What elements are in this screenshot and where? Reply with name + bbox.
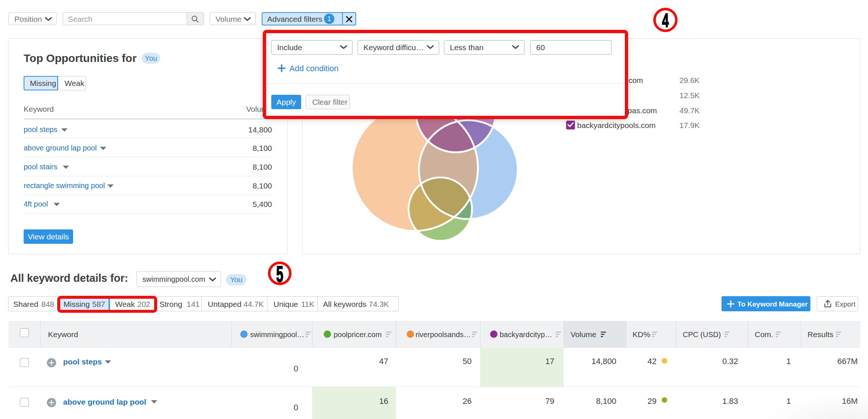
svg-text:5: 5 (276, 262, 283, 285)
svg-text:4: 4 (662, 10, 669, 31)
